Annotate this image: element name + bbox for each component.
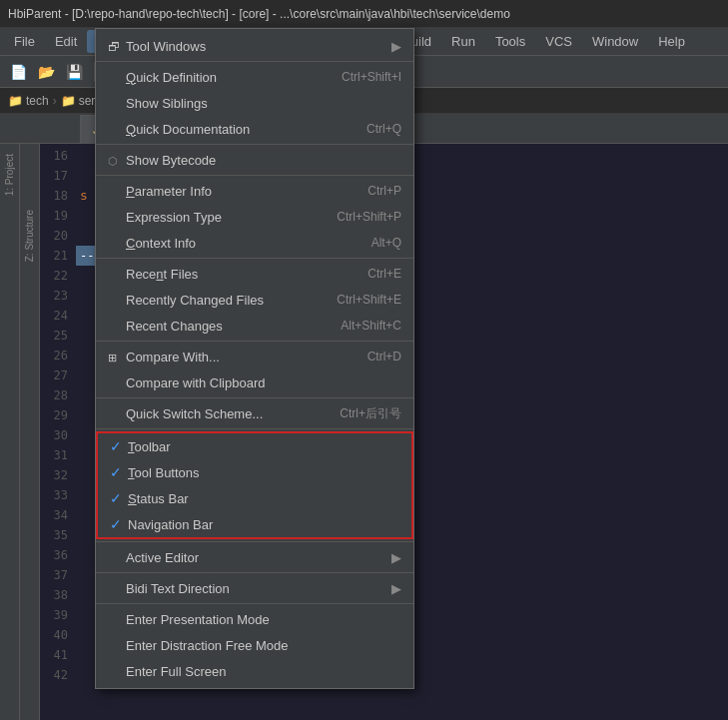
toolbar-check-icon: ✓ [110, 438, 128, 454]
breadcrumb-sep-1: › [53, 94, 57, 108]
recently-changed-shortcut: Ctrl+Shift+E [317, 293, 401, 307]
view-menu-dropdown: 🗗 Tool Windows ▶ Quick Definition Ctrl+S… [95, 28, 414, 689]
project-panel-label[interactable]: 1: Project [2, 148, 17, 202]
breadcrumb-label-1: tech [26, 94, 49, 108]
checked-items-section: ✓ Toolbar ✓ Tool Buttons ✓ Status Bar ✓ … [96, 431, 413, 539]
nav-bar-label: Navigation Bar [128, 517, 399, 532]
menu-edit[interactable]: Edit [45, 30, 87, 53]
menu-vcs[interactable]: VCS [535, 30, 582, 53]
divider-10 [96, 603, 413, 604]
quick-def-shortcut: Ctrl+Shift+I [322, 70, 401, 84]
bytecode-icon: ⬡ [108, 153, 126, 168]
divider-9 [96, 572, 413, 573]
toolbar-label: Toolbar [128, 439, 399, 454]
menu-entry-show-siblings[interactable]: Show Siblings [96, 90, 413, 116]
quick-def-label: Quick Definition [126, 70, 322, 85]
menu-entry-quick-doc[interactable]: Quick Documentation Ctrl+Q [96, 116, 413, 142]
menu-entry-recent-files[interactable]: Recent Files Ctrl+E [96, 261, 413, 287]
context-info-label: Context Info [126, 236, 352, 251]
bidi-arrow: ▶ [391, 581, 401, 596]
breadcrumb-item-1[interactable]: 📁 tech [8, 94, 49, 108]
quick-doc-label: Quick Documentation [126, 122, 347, 137]
tool-buttons-label: Tool Buttons [128, 465, 399, 480]
recent-files-label: Recent Files [126, 267, 348, 282]
menu-entry-quick-definition[interactable]: Quick Definition Ctrl+Shift+I [96, 64, 413, 90]
menu-entry-active-editor[interactable]: Active Editor ▶ [96, 544, 413, 570]
tool-windows-icon: 🗗 [108, 39, 126, 54]
menu-entry-toolbar[interactable]: ✓ Toolbar [98, 433, 411, 459]
context-info-shortcut: Alt+Q [352, 236, 401, 250]
quick-switch-label: Quick Switch Scheme... [126, 406, 320, 421]
divider-5 [96, 341, 413, 342]
recent-changes-shortcut: Alt+Shift+C [321, 319, 401, 333]
presentation-mode-label: Enter Presentation Mode [126, 612, 381, 627]
tool-buttons-check-icon: ✓ [110, 464, 128, 480]
fullscreen-label: Enter Full Screen [126, 664, 381, 679]
menu-entry-nav-bar[interactable]: ✓ Navigation Bar [98, 511, 411, 537]
distraction-free-label: Enter Distraction Free Mode [126, 638, 381, 653]
divider-6 [96, 397, 413, 398]
menu-entry-param-info[interactable]: Parameter Info Ctrl+P [96, 178, 413, 204]
right-sidebar-strip: Z: Structure [20, 144, 40, 720]
tool-windows-label: Tool Windows [126, 39, 391, 54]
menu-entry-show-bytecode[interactable]: ⬡ Show Bytecode [96, 147, 413, 173]
menu-entry-quick-switch[interactable]: Quick Switch Scheme... Ctrl+后引号 [96, 400, 413, 426]
divider-4 [96, 258, 413, 259]
recent-changes-label: Recent Changes [126, 319, 321, 334]
menu-run[interactable]: Run [441, 30, 485, 53]
menu-entry-recent-changes[interactable]: Recent Changes Alt+Shift+C [96, 313, 413, 339]
recently-changed-label: Recently Changed Files [126, 293, 317, 308]
menu-entry-context-info[interactable]: Context Info Alt+Q [96, 230, 413, 256]
menu-window[interactable]: Window [582, 30, 648, 53]
menu-entry-tool-buttons[interactable]: ✓ Tool Buttons [98, 459, 411, 485]
status-bar-label: Status Bar [128, 491, 399, 506]
divider-2 [96, 144, 413, 145]
save-button[interactable]: 💾 [62, 60, 86, 84]
menu-help[interactable]: Help [648, 30, 695, 53]
show-siblings-label: Show Siblings [126, 96, 381, 111]
menu-entry-bidi[interactable]: Bidi Text Direction ▶ [96, 575, 413, 601]
param-info-shortcut: Ctrl+P [348, 184, 401, 198]
structure-panel-label[interactable]: Z: Structure [22, 204, 37, 268]
expr-type-label: Expression Type [126, 210, 317, 225]
menu-entry-status-bar[interactable]: ✓ Status Bar [98, 485, 411, 511]
nav-bar-check-icon: ✓ [110, 516, 128, 532]
folder-icon-1: 📁 [8, 94, 23, 108]
recent-files-shortcut: Ctrl+E [348, 267, 401, 281]
quick-switch-shortcut: Ctrl+后引号 [320, 405, 401, 422]
active-editor-arrow: ▶ [391, 550, 401, 565]
title-bar: HbiParent - [D:\repo-hand\repo-tech\tech… [0, 0, 728, 28]
menu-entry-compare-with[interactable]: ⊞ Compare With... Ctrl+D [96, 344, 413, 369]
menu-entry-expr-type[interactable]: Expression Type Ctrl+Shift+P [96, 204, 413, 230]
status-bar-check-icon: ✓ [110, 490, 128, 506]
divider-3 [96, 175, 413, 176]
menu-entry-tool-windows[interactable]: 🗗 Tool Windows ▶ [96, 33, 413, 59]
compare-clipboard-label: Compare with Clipboard [126, 375, 381, 390]
open-button[interactable]: 📂 [34, 60, 58, 84]
menu-entry-compare-clipboard[interactable]: Compare with Clipboard [96, 369, 413, 395]
divider-8 [96, 541, 413, 542]
new-file-button[interactable]: 📄 [6, 60, 30, 84]
quick-doc-shortcut: Ctrl+Q [347, 122, 401, 136]
divider-1 [96, 61, 413, 62]
menu-entry-presentation-mode[interactable]: Enter Presentation Mode [96, 606, 413, 632]
active-editor-label: Active Editor [126, 550, 391, 565]
menu-entry-fullscreen[interactable]: Enter Full Screen [96, 658, 413, 684]
compare-with-label: Compare With... [126, 350, 348, 364]
menu-tools[interactable]: Tools [485, 30, 535, 53]
tool-windows-arrow: ▶ [391, 39, 401, 54]
title-text: HbiParent - [D:\repo-hand\repo-tech\tech… [8, 7, 510, 21]
menu-entry-distraction-free[interactable]: Enter Distraction Free Mode [96, 632, 413, 658]
expr-type-shortcut: Ctrl+Shift+P [317, 210, 401, 224]
param-info-label: Parameter Info [126, 184, 348, 199]
show-bytecode-label: Show Bytecode [126, 153, 381, 168]
bidi-label: Bidi Text Direction [126, 581, 391, 596]
folder-icon-2: 📁 [61, 94, 76, 108]
compare-with-icon: ⊞ [108, 350, 126, 364]
divider-7 [96, 428, 413, 429]
menu-file[interactable]: File [4, 30, 45, 53]
menu-entry-recently-changed[interactable]: Recently Changed Files Ctrl+Shift+E [96, 287, 413, 313]
compare-with-shortcut: Ctrl+D [348, 350, 401, 363]
left-sidebar-strip: 1: Project [0, 144, 20, 720]
